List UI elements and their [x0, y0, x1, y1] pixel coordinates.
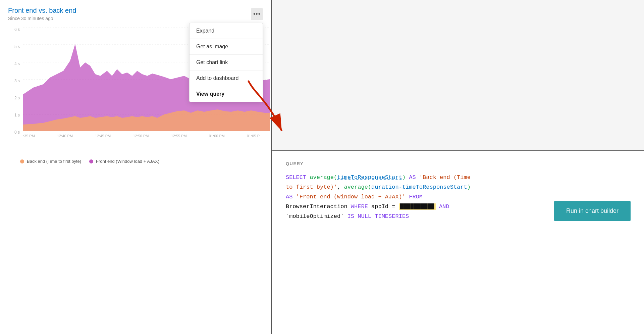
- func-average-2: average(: [344, 184, 371, 190]
- param-timeToResponseStart: timeToResponseStart: [337, 174, 402, 181]
- table-browser: BrowserInteraction: [286, 203, 347, 210]
- legend-front-end: Front end (Window load + AJAX): [89, 159, 159, 164]
- param-duration: duration-timeToResponseStart: [371, 184, 467, 190]
- query-top-empty-area: [272, 0, 644, 151]
- dropdown-item-get-chart-link[interactable]: Get chart link: [190, 55, 263, 70]
- param-mobileOptimized: `mobileOptimized`: [286, 213, 344, 220]
- legend-dot-back-end: [20, 159, 24, 163]
- chart-legend: Back end (Time to first byte) Front end …: [0, 155, 271, 164]
- legend-label-back-end: Back end (Time to first byte): [27, 159, 81, 164]
- chart-header: Front end vs. back end Since 30 minutes …: [0, 0, 271, 24]
- dropdown-item-get-as-image[interactable]: Get as image: [190, 39, 263, 55]
- str-back-end-cont: to first byte)': [286, 184, 337, 190]
- dropdown-item-view-query[interactable]: View query: [190, 86, 263, 102]
- str-front-end: 'Front end (Window load + AJAX)': [296, 194, 406, 200]
- legend-label-front-end: Front end (Window load + AJAX): [96, 159, 159, 164]
- chart-subtitle: Since 30 minutes ago: [8, 16, 263, 21]
- keyword-as-1: AS: [409, 174, 416, 181]
- ellipsis-icon: •••: [253, 11, 261, 18]
- keyword-as-2: AS: [286, 194, 292, 200]
- chart-menu-button[interactable]: •••: [251, 8, 263, 20]
- redacted-value: ██████████: [399, 203, 436, 210]
- legend-dot-front-end: [89, 159, 93, 163]
- dropdown-item-add-to-dashboard[interactable]: Add to dashboard: [190, 70, 263, 86]
- run-in-chart-builder-button[interactable]: Run in chart builder: [554, 201, 631, 221]
- keyword-where: WHERE: [351, 203, 368, 210]
- str-back-end: 'Back end (Time: [419, 174, 471, 181]
- chart-x-axis: :35 PM 12:40 PM 12:45 PM 12:50 PM 12:55 …: [23, 134, 263, 138]
- keyword-and: AND: [439, 203, 449, 210]
- chart-title: Front end vs. back end: [8, 7, 263, 14]
- keyword-from: FROM: [409, 194, 423, 200]
- keyword-timeseries: TIMESERIES: [375, 213, 409, 220]
- query-section-label: QUERY: [286, 161, 631, 166]
- chart-dropdown-menu: Expand Get as image Get chart link Add t…: [189, 23, 263, 102]
- keyword-select: SELECT: [286, 174, 306, 181]
- chart-y-axis: 6 s 5 s 4 s 3 s 2 s 1 s 0 s: [8, 27, 20, 135]
- query-section: QUERY SELECT average(timeToResponseStart…: [272, 151, 644, 231]
- func-average-1: average(: [310, 174, 337, 181]
- query-panel: QUERY SELECT average(timeToResponseStart…: [272, 0, 644, 334]
- dropdown-item-expand[interactable]: Expand: [190, 23, 263, 39]
- keyword-is: IS NULL: [347, 213, 371, 220]
- legend-back-end: Back end (Time to first byte): [20, 159, 81, 164]
- chart-panel: Front end vs. back end Since 30 minutes …: [0, 0, 272, 334]
